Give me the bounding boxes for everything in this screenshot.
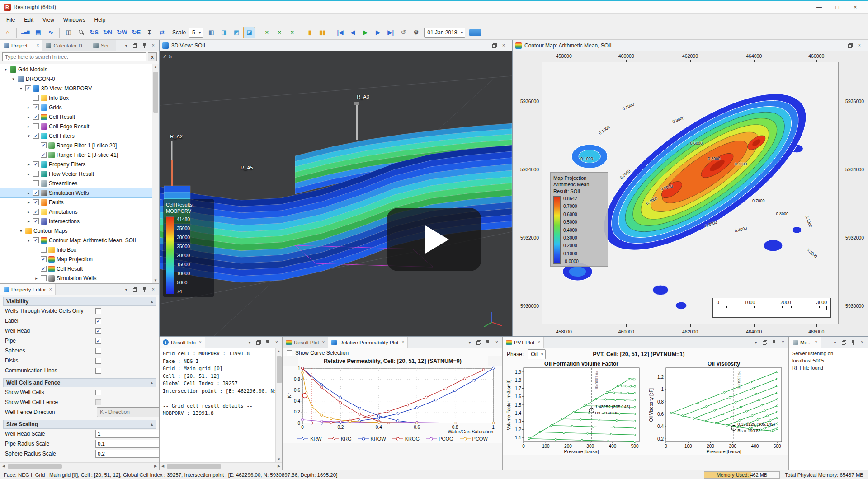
tree-checkbox[interactable] (33, 171, 39, 177)
close-tab-icon[interactable]: × (401, 340, 404, 345)
tab-property-editor[interactable]: Property Editor× (0, 284, 56, 295)
tree-item-drogon-0[interactable]: ▾DROGON-0 (0, 74, 152, 84)
tree-checkbox[interactable] (33, 180, 39, 186)
dock-close-button[interactable]: × (858, 338, 866, 347)
show-well-cell-fence-checkbox[interactable] (95, 399, 101, 405)
view-cube-3-icon[interactable]: ◩ (231, 27, 242, 38)
scroll-up-icon[interactable]: ▲ (277, 348, 281, 354)
tab-pvt-plot[interactable]: PVT Plot × (503, 337, 544, 348)
view-from-north-icon[interactable]: ↻N (101, 27, 114, 38)
tree-checkbox[interactable] (33, 123, 39, 129)
tab-project[interactable]: Project ...× (0, 40, 42, 51)
pipe-radius-scale-input[interactable] (95, 440, 159, 448)
show-wells-icon[interactable]: × (261, 27, 273, 38)
tree-item-cell-result[interactable]: ▸Cell Result (0, 112, 152, 122)
expand-icon[interactable]: ▸ (26, 191, 31, 195)
step-forward-icon[interactable]: ▶ (372, 27, 384, 38)
tree-item-grid-models[interactable]: ▾Grid Models (0, 65, 152, 74)
collapse-icon[interactable]: ▾ (26, 134, 31, 138)
tree-checkbox[interactable] (41, 247, 47, 253)
expand-icon[interactable]: ▸ (26, 105, 31, 110)
view-cube-1-icon[interactable]: ◧ (205, 27, 217, 38)
dock-close-button[interactable]: × (273, 338, 281, 347)
menu-edit[interactable]: Edit (19, 15, 38, 24)
spheres-checkbox[interactable] (95, 348, 101, 354)
tree-checkbox[interactable] (33, 199, 39, 205)
skip-to-start-icon[interactable]: |◀ (334, 27, 346, 38)
tree-item-intersections[interactable]: ▸Intersections (0, 216, 152, 226)
label-checkbox[interactable] (95, 318, 101, 324)
tree-checkbox[interactable] (33, 133, 39, 139)
dock-float-button[interactable] (131, 286, 139, 294)
close-button[interactable]: × (846, 1, 864, 13)
view-from-south-icon[interactable]: ↻S (88, 27, 100, 38)
collapse-icon[interactable]: ▾ (26, 238, 31, 243)
scroll-thumb[interactable] (8, 464, 62, 469)
scroll-down-icon[interactable]: ▼ (154, 277, 157, 283)
dock-float-button[interactable] (840, 338, 848, 347)
dock-float-button[interactable] (255, 338, 263, 347)
animation-settings-icon[interactable]: ⚙ (410, 27, 422, 38)
wells-through-visible-cells-only-checkbox[interactable] (95, 308, 101, 314)
collapse-section-icon[interactable]: ▴ (151, 299, 153, 304)
timestep-select[interactable]: 01.Jan 2018▾ (424, 28, 465, 38)
phase-select[interactable]: Oil▾ (528, 349, 545, 359)
collapse-icon[interactable]: ▾ (19, 229, 24, 233)
section-well-cells-and-fence[interactable]: Well Cells and Fence▴ (3, 378, 156, 387)
dock-menu-button[interactable]: ▾ (122, 286, 130, 294)
dock-menu-button[interactable]: ▾ (752, 338, 760, 347)
tab-relative-permeability-plot[interactable]: Relative Permeability Plot × (328, 337, 408, 348)
curve-plot-icon[interactable]: ∿ (45, 27, 57, 38)
maximize-button[interactable]: □ (828, 1, 846, 13)
view3d-viewport[interactable]: Z: 5 Cell Results: MOBPORV 4148035000300… (160, 51, 512, 336)
contour-map-plot[interactable]: Map Projection Arithmetic Mean Result: S… (542, 62, 839, 324)
dock-pin-button[interactable] (140, 42, 148, 50)
tab-result-info[interactable]: i Result Info × (160, 337, 205, 348)
tree-item-3d-view-mobporv[interactable]: ▾3D View: MOBPORV (0, 84, 152, 93)
sphere-radius-scale-input[interactable] (95, 450, 159, 458)
hide-wells-icon[interactable]: × (286, 27, 298, 38)
expand-icon[interactable]: ▸ (26, 210, 31, 214)
view-cube-4-icon[interactable]: ◪ (243, 27, 255, 38)
tree-item-streamlines[interactable]: Streamlines (0, 178, 152, 188)
dock-close-button[interactable]: × (149, 42, 157, 50)
scroll-up-icon[interactable]: ▲ (154, 64, 157, 70)
menu-help[interactable]: Help (90, 15, 110, 24)
show-well-paths-icon[interactable]: × (274, 27, 285, 38)
collapse-icon[interactable]: ▾ (19, 86, 24, 91)
view-from-east-icon[interactable]: ↻E (130, 27, 143, 38)
legend-item-krow[interactable]: KROW (358, 436, 386, 441)
tree-item-cell-edge-result[interactable]: ▸Cell Edge Result (0, 122, 152, 131)
close-tab-icon[interactable]: × (538, 340, 540, 345)
collapse-icon[interactable]: ▾ (11, 77, 16, 81)
repeat-icon[interactable]: ↺ (397, 27, 409, 38)
dock-menu-button[interactable]: ▾ (245, 338, 254, 347)
well-head-checkbox[interactable] (95, 328, 101, 334)
show-curve-selection-checkbox[interactable] (287, 350, 292, 356)
legend-item-pcog[interactable]: PCOG (426, 436, 453, 441)
expand-icon[interactable]: ▸ (26, 124, 31, 129)
tree-item-cell-result[interactable]: Cell Result (0, 264, 152, 273)
tile-windows-icon[interactable]: ◫ (62, 27, 74, 38)
tree-item-contour-maps[interactable]: ▾Contour Maps (0, 226, 152, 235)
scroll-right-icon[interactable]: ▶ (152, 464, 159, 468)
tree-checkbox[interactable] (33, 104, 39, 110)
close-tab-icon[interactable]: × (37, 43, 39, 48)
tree-item-grids[interactable]: ▸Grids (0, 103, 152, 112)
expand-icon[interactable]: ▸ (26, 115, 31, 119)
tree-checkbox[interactable] (33, 95, 39, 101)
well-fence-direction-select[interactable]: K - Direction▾ (97, 407, 159, 417)
tree-checkbox[interactable] (33, 114, 39, 120)
scroll-thumb[interactable] (153, 72, 158, 113)
scale-select[interactable]: 5▾ (189, 28, 203, 38)
tab-scr[interactable]: Scr... (90, 40, 116, 51)
menu-file[interactable]: File (2, 15, 19, 24)
expand-icon[interactable]: ▸ (26, 172, 31, 176)
dock-close-button[interactable]: × (779, 338, 787, 347)
tree-checkbox[interactable] (25, 85, 31, 91)
step-back-icon[interactable]: ◀ (347, 27, 359, 38)
close-tab-icon[interactable]: × (322, 340, 325, 345)
j-slice-icon[interactable]: ▮▮ (316, 27, 328, 38)
menu-windows[interactable]: Windows (59, 15, 90, 24)
tree-item-range-filter-2-j-slice-41[interactable]: Range Filter 2 [J-slice 41] (0, 150, 152, 160)
